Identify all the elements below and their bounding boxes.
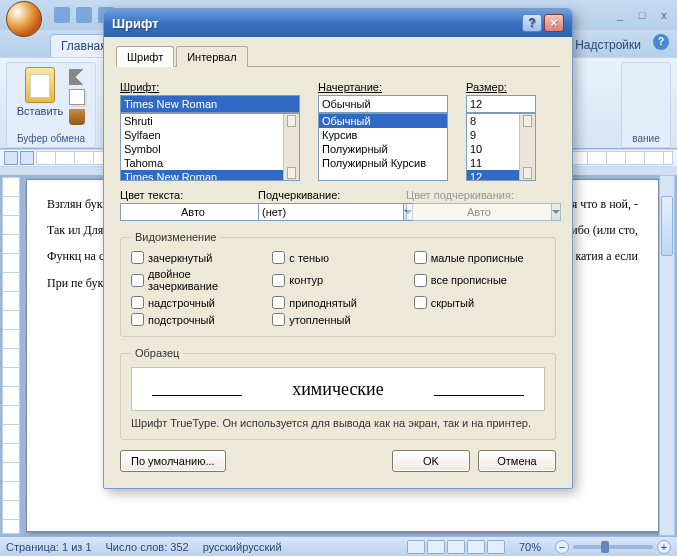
chk-emboss[interactable]: приподнятый xyxy=(272,296,403,309)
chk-dstrike[interactable]: двойное зачеркивание xyxy=(131,268,262,292)
dialog-title-bar[interactable]: Шрифт ? × xyxy=(104,9,572,37)
scrollbar-thumb[interactable] xyxy=(661,196,673,256)
dialog-title: Шрифт xyxy=(112,16,159,31)
maximize-button[interactable]: □ xyxy=(633,8,651,22)
minimize-button[interactable]: _ xyxy=(611,8,629,22)
sample-preview: химические xyxy=(131,367,545,411)
font-option[interactable]: Shruti xyxy=(121,114,283,128)
size-listbox[interactable]: 8 9 10 11 12 xyxy=(466,113,536,181)
qat-undo-icon[interactable] xyxy=(76,7,92,23)
size-option[interactable]: 10 xyxy=(467,142,519,156)
view-draft-icon[interactable] xyxy=(487,540,505,554)
vertical-scrollbar[interactable] xyxy=(659,175,675,536)
effects-group: Видоизменение зачеркнутый с тенью малые … xyxy=(120,231,556,337)
effects-legend: Видоизменение xyxy=(131,231,220,243)
ruler-toggle-b[interactable] xyxy=(20,151,34,165)
dialog-help-button[interactable]: ? xyxy=(522,14,542,32)
underline-label: Подчеркивание: xyxy=(258,189,388,201)
vertical-ruler[interactable] xyxy=(2,177,20,534)
size-option-selected[interactable]: 12 xyxy=(467,170,519,181)
zoom-percent[interactable]: 70% xyxy=(519,541,541,553)
ok-button[interactable]: OK xyxy=(392,450,470,472)
sample-legend: Образец xyxy=(131,347,183,359)
view-print-layout-icon[interactable] xyxy=(407,540,425,554)
qat-save-icon[interactable] xyxy=(54,7,70,23)
dialog-body: Шрифт Интервал Шрифт: Shruti Sylfaen Sym… xyxy=(104,37,572,488)
close-button[interactable]: x xyxy=(655,8,673,22)
style-option[interactable]: Курсив xyxy=(319,128,447,142)
size-option[interactable]: 9 xyxy=(467,128,519,142)
status-lang[interactable]: русскийрусский xyxy=(203,541,282,553)
chk-super[interactable]: надстрочный xyxy=(131,296,262,309)
zoom-out-button[interactable]: − xyxy=(555,540,569,554)
status-words[interactable]: Число слов: 352 xyxy=(106,541,189,553)
window-system-buttons: _ □ x xyxy=(611,8,673,22)
ribbon-group-clipboard: Вставить Буфер обмена xyxy=(6,62,96,148)
status-page[interactable]: Страница: 1 из 1 xyxy=(6,541,92,553)
underline-color-combo xyxy=(406,203,536,221)
underline-value xyxy=(258,203,403,221)
chk-allcaps[interactable]: все прописные xyxy=(414,268,545,292)
style-option-selected[interactable]: Обычный xyxy=(319,114,447,128)
chk-sub[interactable]: подстрочный xyxy=(131,313,262,326)
font-option[interactable]: Sylfaen xyxy=(121,128,283,142)
paste-label[interactable]: Вставить xyxy=(17,105,64,117)
text-color-combo[interactable] xyxy=(120,203,240,221)
underline-color-label: Цвет подчеркивания: xyxy=(406,189,536,201)
office-button[interactable] xyxy=(6,1,42,37)
chk-engrave[interactable]: утопленный xyxy=(272,313,403,326)
chk-shadow[interactable]: с тенью xyxy=(272,251,403,264)
underline-color-value xyxy=(406,203,551,221)
font-option[interactable]: Symbol xyxy=(121,142,283,156)
font-option-selected[interactable]: Times New Roman xyxy=(121,170,283,181)
ribbon-group-partial-label: вание xyxy=(632,132,659,145)
size-input[interactable] xyxy=(466,95,536,113)
chk-smallcaps[interactable]: малые прописные xyxy=(414,251,545,264)
view-fullscreen-icon[interactable] xyxy=(427,540,445,554)
zoom-track[interactable] xyxy=(573,545,653,549)
dialog-tab-font[interactable]: Шрифт xyxy=(116,46,174,67)
size-label: Размер: xyxy=(466,81,536,93)
text-color-label: Цвет текста: xyxy=(120,189,240,201)
ribbon-group-partial: вание xyxy=(621,62,671,148)
view-controls xyxy=(407,540,505,554)
view-outline-icon[interactable] xyxy=(467,540,485,554)
sample-group: Образец химические Шрифт TrueType. Он ис… xyxy=(120,347,556,440)
style-listbox[interactable]: Обычный Курсив Полужирный Полужирный Кур… xyxy=(318,113,448,181)
style-option[interactable]: Полужирный Курсив xyxy=(319,156,447,170)
size-option[interactable]: 11 xyxy=(467,156,519,170)
font-dialog: Шрифт ? × Шрифт Интервал Шрифт: Shruti S… xyxy=(103,8,573,489)
chk-hidden[interactable]: скрытый xyxy=(414,296,545,309)
font-listbox[interactable]: Shruti Sylfaen Symbol Tahoma Times New R… xyxy=(120,113,300,181)
chevron-down-icon xyxy=(551,203,561,221)
font-option[interactable]: Tahoma xyxy=(121,156,283,170)
zoom-slider: − + xyxy=(555,540,671,554)
view-web-icon[interactable] xyxy=(447,540,465,554)
help-icon[interactable]: ? xyxy=(653,34,669,50)
ruler-toggle-a[interactable] xyxy=(4,151,18,165)
zoom-in-button[interactable]: + xyxy=(657,540,671,554)
size-list-scrollbar[interactable] xyxy=(519,114,535,180)
dialog-close-button[interactable]: × xyxy=(544,14,564,32)
font-list-scrollbar[interactable] xyxy=(283,114,299,180)
dialog-tabstrip: Шрифт Интервал xyxy=(116,45,560,67)
format-painter-icon[interactable] xyxy=(69,109,85,125)
chk-outline[interactable]: контур xyxy=(272,268,403,292)
cancel-button[interactable]: Отмена xyxy=(478,450,556,472)
copy-icon[interactable] xyxy=(69,89,85,105)
chk-strike[interactable]: зачеркнутый xyxy=(131,251,262,264)
status-bar: Страница: 1 из 1 Число слов: 352 русский… xyxy=(0,536,677,556)
sample-hint: Шрифт TrueType. Он используется для выво… xyxy=(131,417,545,429)
default-button[interactable]: По умолчанию... xyxy=(120,450,226,472)
style-input[interactable] xyxy=(318,95,448,113)
size-option[interactable]: 8 xyxy=(467,114,519,128)
font-input[interactable] xyxy=(120,95,300,113)
style-label: Начертание: xyxy=(318,81,448,93)
clipboard-group-label: Буфер обмена xyxy=(17,132,85,145)
dialog-tab-interval[interactable]: Интервал xyxy=(176,46,247,67)
style-option[interactable]: Полужирный xyxy=(319,142,447,156)
underline-combo[interactable] xyxy=(258,203,388,221)
cut-icon[interactable] xyxy=(69,69,85,85)
paste-icon[interactable] xyxy=(25,67,55,103)
ribbon-tab-addins[interactable]: Надстройки xyxy=(565,34,651,57)
